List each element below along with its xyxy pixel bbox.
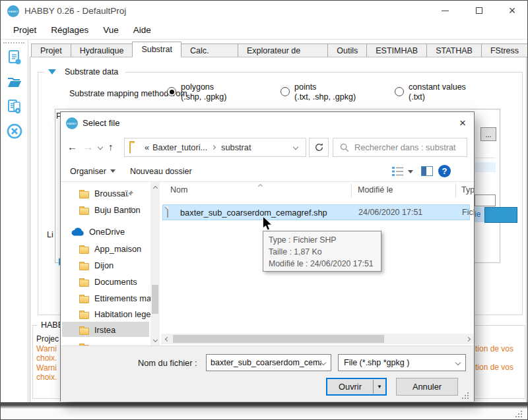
close-circle-icon [6, 123, 23, 140]
close-project-button[interactable] [5, 122, 24, 140]
tree-scrollbar[interactable] [150, 182, 160, 345]
history-chevron-icon[interactable] [98, 144, 103, 150]
column-header-modified[interactable]: Modifié le [358, 185, 393, 195]
tree-item-onedrive[interactable]: OneDrive [61, 224, 149, 239]
forward-button[interactable]: → [83, 141, 93, 152]
tab-hydraulique[interactable]: Hydraulique [71, 44, 133, 57]
tree-item-dijon[interactable]: Dijon [61, 258, 149, 273]
polygons-radio[interactable] [167, 87, 176, 96]
breadcrumb-current-folder[interactable]: substrat [221, 142, 251, 152]
address-folder-icon [129, 142, 131, 154]
scroll-down-icon[interactable] [150, 335, 160, 344]
forward-icon: → [83, 141, 93, 152]
points-radio[interactable] [280, 87, 290, 96]
scroll-right-icon[interactable] [463, 334, 473, 344]
tab-projet[interactable]: Projet [31, 44, 71, 57]
list-horizontal-scrollbar[interactable] [161, 334, 474, 344]
tree-item-partial[interactable] [61, 340, 149, 345]
toolbar-drag-handle[interactable] [3, 42, 24, 45]
occluded-blue-text: ie [475, 207, 484, 222]
menu-vue[interactable]: Vue [96, 25, 126, 35]
tree-scrollbar-thumb[interactable] [152, 285, 158, 314]
scroll-left-icon[interactable] [162, 334, 172, 344]
address-dropdown-chevron-icon[interactable] [293, 144, 298, 150]
tab-explorateur[interactable]: Explorateur de données [238, 44, 328, 57]
substrate-list-fragment [475, 158, 496, 193]
help-button[interactable]: ? [438, 165, 451, 177]
tooltip-type: Type : Fichier SHP [269, 234, 376, 246]
dialog-titlebar: HABBY Select file × [61, 112, 474, 135]
tree-item-ettirements[interactable]: Ettirements mass [61, 291, 149, 306]
folder-icon [79, 208, 89, 215]
tab-substrat[interactable]: Substrat [132, 42, 182, 57]
search-box[interactable]: Rechercher dans : substrat [333, 138, 467, 157]
organize-button[interactable]: Organiser [70, 167, 106, 176]
new-project-button[interactable] [5, 48, 24, 67]
window-bottom-edge [1, 402, 527, 409]
view-list-icon[interactable] [392, 167, 403, 176]
open-split-arrow-icon[interactable]: ▼ [374, 384, 385, 390]
column-header-type[interactable]: Type [461, 185, 474, 195]
new-folder-button[interactable]: Nouveau dossier [130, 167, 192, 176]
close-icon: × [509, 4, 516, 18]
column-separator[interactable] [455, 183, 456, 198]
file-row[interactable]: baxter_sub_coarserdom_cemagref.shp 24/06… [162, 204, 470, 220]
points-radio-label[interactable]: points (.txt, .shp, .gpkg) [294, 82, 356, 102]
breadcrumb-parent-folder[interactable]: Baxter_tutori... [152, 142, 207, 152]
tab-outils[interactable]: Outils [327, 44, 367, 57]
filename-value: baxter_sub_coarserdom_cemag [211, 358, 321, 367]
list-scrollbar-thumb[interactable] [173, 335, 384, 343]
address-bar[interactable]: « Baxter_tutori... substrat [124, 138, 306, 157]
browse-button[interactable]: ... [480, 127, 496, 141]
tab-fstress[interactable]: FStress [481, 44, 528, 57]
scroll-up-icon[interactable] [150, 183, 160, 193]
window-resize-grip[interactable] [515, 411, 523, 419]
tab-calc-habitat[interactable]: Calc. Habitat [181, 44, 238, 57]
tree-item-app-maison[interactable]: App_maison [61, 241, 149, 256]
tree-item-documents[interactable]: Documents [61, 274, 149, 289]
filetype-combobox[interactable]: File (*.shp *gpkg ) [338, 354, 466, 371]
constant-values-radio-label[interactable]: constant values (.txt) [409, 82, 466, 102]
filename-dropdown-chevron-icon[interactable] [321, 360, 326, 365]
cancel-button[interactable]: Annuler [396, 378, 458, 396]
onedrive-icon [71, 227, 84, 236]
file-type: Fichie [462, 208, 474, 217]
column-header-name[interactable]: Nom [170, 185, 187, 195]
tooltip-modified: Modifié le : 24/06/2020 17:51 [269, 258, 376, 270]
preview-pane-icon[interactable] [421, 166, 433, 176]
load-data-button-fragment[interactable] [484, 207, 517, 223]
view-dropdown-icon[interactable] [408, 170, 413, 173]
file-name: baxter_sub_coarserdom_cemagref.shp [180, 208, 327, 218]
filetype-dropdown-chevron-icon[interactable] [455, 360, 461, 365]
hdf5-name-input-fragment[interactable] [475, 195, 496, 206]
constant-values-radio[interactable] [395, 87, 404, 96]
substrate-data-header[interactable]: Substrate data [44, 67, 125, 76]
breadcrumb-laquo[interactable]: « [145, 142, 149, 152]
substrate-data-title: Substrate data [61, 67, 121, 76]
filename-combobox[interactable]: baxter_sub_coarserdom_cemag [206, 354, 331, 371]
menu-projet[interactable]: Projet [6, 25, 44, 35]
minimize-button[interactable] [430, 1, 460, 20]
refresh-button[interactable] [309, 138, 329, 157]
dialog-close-button[interactable]: × [454, 115, 471, 131]
close-button[interactable]: × [497, 1, 527, 20]
back-button[interactable]: ← [67, 141, 77, 152]
tab-stathab[interactable]: STATHAB [426, 44, 482, 57]
tree-item-broussai[interactable]: Broussaï [61, 186, 149, 201]
tree-item-habitation[interactable]: Habitation leger [61, 307, 149, 322]
column-separator[interactable] [351, 183, 352, 198]
dialog-resize-grip[interactable] [462, 392, 470, 400]
project-properties-button[interactable] [5, 98, 24, 116]
sort-caret-icon [258, 184, 263, 189]
menu-reglages[interactable]: Réglages [44, 25, 96, 35]
open-project-button[interactable] [5, 73, 24, 92]
tab-estimhab[interactable]: ESTIMHAB [366, 44, 427, 57]
log-lines: Projec Warni choix. Warni choix. [36, 334, 59, 382]
open-button[interactable]: Ouvrir ▼ [326, 378, 387, 396]
tree-item-irstea[interactable]: Irstea [61, 322, 149, 338]
maximize-button[interactable] [464, 1, 494, 20]
menu-aide[interactable]: Aide [126, 25, 158, 35]
up-button[interactable]: ↑ [108, 141, 114, 152]
tree-item-buju-banton[interactable]: Buju Banton [61, 202, 149, 218]
polygons-radio-label[interactable]: polygons (.shp, .gpkg) [181, 82, 226, 102]
